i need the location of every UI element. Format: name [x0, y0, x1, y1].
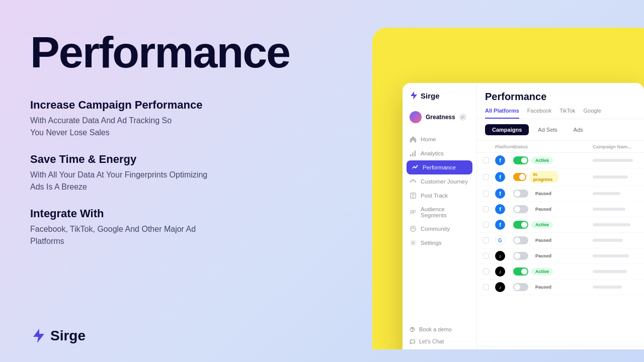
campaign-name-bar [593, 159, 633, 162]
table-row: ♪ Active [477, 264, 644, 280]
status-badge-paused: Paused [531, 284, 555, 291]
row-checkbox[interactable] [483, 237, 489, 243]
check-icon: ✓ [459, 114, 466, 121]
table-row: f In progress [477, 168, 644, 186]
nav-label-audience-segments: Audience Segments [421, 206, 469, 218]
status-badge-paused: Paused [531, 252, 555, 259]
toggle-off-1[interactable] [513, 190, 528, 198]
sidebar-bottom: Book a demo Let's Chat [403, 319, 476, 349]
feature-3: Integrate With Facebook, TikTok, Google … [30, 207, 312, 247]
nav-label-performance: Performance [423, 164, 456, 170]
toggle-off-4[interactable] [513, 252, 528, 260]
platform-tabs: All Platforms Facebook TikTok Google [485, 108, 636, 119]
status-badge-active: Active [531, 221, 553, 228]
svg-point-3 [410, 180, 412, 183]
status-badge-active: Active [531, 268, 553, 275]
svg-rect-2 [415, 151, 416, 156]
app-main-title: Performance [485, 91, 636, 103]
seg-tab-campaigns[interactable]: Campaigns [485, 124, 529, 135]
platform-icon-tiktok: ♪ [495, 251, 505, 261]
nav-label-community: Community [421, 226, 450, 232]
sidebar-item-audience-segments[interactable]: Audience Segments [403, 203, 476, 222]
right-panel: Sirge Greatness ✓ Home Analytics [342, 0, 644, 362]
svg-rect-1 [412, 152, 414, 156]
status-badge-paused: Paused [531, 190, 555, 197]
sidebar-item-home[interactable]: Home [403, 132, 476, 146]
sidebar-item-community[interactable]: Community [403, 222, 476, 236]
col-status: Status [513, 144, 558, 149]
device-background: Sirge Greatness ✓ Home Analytics [372, 28, 644, 349]
book-demo-label: Book a demo [419, 326, 452, 332]
table-row: ♪ Paused [477, 248, 644, 264]
table-footer: Summary of 10 Campaigns [477, 346, 644, 349]
app-sidebar: Sirge Greatness ✓ Home Analytics [403, 83, 477, 349]
tab-all-platforms[interactable]: All Platforms [485, 108, 519, 119]
status-badge-paused: Paused [531, 237, 555, 244]
svg-point-9 [411, 226, 416, 232]
platform-icon-fb: f [495, 172, 505, 182]
sidebar-item-customer-journey[interactable]: Customer Journey [403, 174, 476, 189]
app-mockup: Sirge Greatness ✓ Home Analytics [403, 83, 644, 349]
platform-icon-fb: f [495, 220, 505, 230]
feature-1-desc: With Accurate Data And Ad Tracking SoYou… [30, 115, 312, 139]
sidebar-item-post-track[interactable]: Post Track [403, 189, 476, 203]
row-checkbox[interactable] [483, 157, 489, 163]
toggle-inprogress-1[interactable] [513, 173, 526, 181]
toggle-off-5[interactable] [513, 283, 528, 291]
row-checkbox[interactable] [483, 253, 489, 259]
campaign-name-bar [593, 192, 620, 195]
book-demo-link[interactable]: Book a demo [403, 323, 476, 335]
logo-text: Sirge [50, 328, 86, 344]
toggle-active-2[interactable] [513, 221, 528, 229]
tab-tiktok[interactable]: TikTok [559, 108, 575, 119]
row-checkbox[interactable] [483, 191, 489, 197]
toggle-off-2[interactable] [513, 205, 528, 213]
svg-point-10 [413, 227, 414, 229]
campaign-name-bar [593, 175, 628, 178]
segment-tabs: Campaigns Ad Sets Ads [477, 119, 644, 141]
feature-3-title: Integrate With [30, 207, 312, 220]
table-row: f Active [477, 217, 644, 233]
row-checkbox[interactable] [483, 222, 489, 228]
svg-point-5 [415, 180, 417, 183]
table-row: f Paused [477, 186, 644, 202]
toggle-active-1[interactable] [513, 156, 528, 164]
campaign-name-bar [593, 270, 627, 273]
app-main-content: Performance All Platforms Facebook TikTo… [477, 83, 644, 349]
sidebar-item-analytics[interactable]: Analytics [403, 146, 476, 160]
sidebar-item-performance[interactable]: Performance [407, 160, 472, 174]
platform-icon-tiktok: ♪ [495, 266, 505, 277]
row-checkbox[interactable] [483, 174, 489, 180]
brand-logo: Sirge [30, 328, 86, 344]
col-platform: Platform [495, 144, 511, 149]
feature-2-desc: With All Your Data At Your Fingerprints … [30, 169, 312, 193]
lets-chat-link[interactable]: Let's Chat [403, 335, 476, 347]
campaigns-table: Platform Status Campaign Nam... f Active [477, 141, 644, 346]
table-row: G Paused [477, 233, 644, 248]
feature-3-desc: Facebook, TikTok, Google And Other Major… [30, 223, 312, 247]
tab-facebook[interactable]: Facebook [527, 108, 551, 119]
tab-google[interactable]: Google [584, 108, 601, 119]
status-badge-paused: Paused [531, 206, 555, 213]
row-checkbox[interactable] [483, 284, 489, 290]
nav-label-home: Home [421, 136, 436, 142]
status-badge-inprogress: In progress [529, 171, 558, 183]
campaign-name-bar [593, 254, 629, 257]
sidebar-account[interactable]: Greatness ✓ [403, 108, 476, 126]
row-checkbox[interactable] [483, 206, 489, 212]
table-row: f Paused [477, 202, 644, 217]
seg-tab-ad-sets[interactable]: Ad Sets [531, 124, 565, 135]
platform-icon-fb: f [495, 204, 505, 214]
status-badge-active: Active [531, 157, 553, 164]
toggle-active-3[interactable] [513, 267, 528, 276]
campaign-name-bar [593, 223, 630, 226]
col-campaign-name: Campaign Nam... [593, 144, 638, 149]
toggle-off-3[interactable] [513, 236, 528, 244]
col-toggle [560, 144, 591, 149]
sidebar-item-settings[interactable]: Settings [403, 236, 476, 250]
nav-label-customer-journey: Customer Journey [421, 178, 468, 185]
seg-tab-ads[interactable]: Ads [567, 124, 590, 135]
page-title: Performance [30, 30, 312, 74]
row-checkbox[interactable] [483, 268, 489, 275]
nav-label-post-track: Post Track [421, 193, 448, 199]
